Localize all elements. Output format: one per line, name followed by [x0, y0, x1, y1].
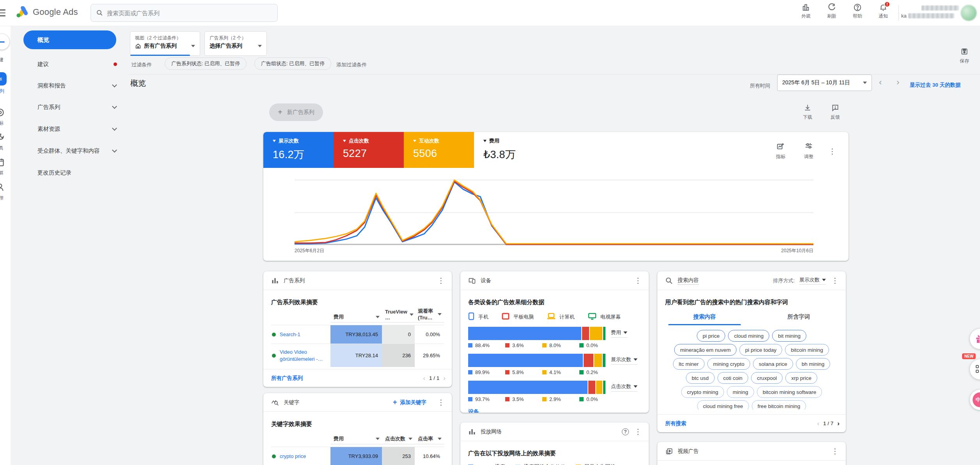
topbar-action-help[interactable]: 帮助 — [847, 3, 868, 20]
card-menu-kebab-icon[interactable]: ⋮ — [634, 428, 643, 435]
filter-chip-adgroup-status[interactable]: 广告组状态: 已启用、已暂停 — [254, 57, 331, 70]
all-campaigns-link[interactable]: 所有广告系列 — [271, 375, 303, 382]
add-filter-button[interactable]: 添加过滤条件 — [336, 61, 367, 68]
search-term-chip[interactable]: xrp price — [785, 372, 817, 384]
search-term-chip[interactable]: coti coin — [717, 372, 749, 384]
search-term-chip[interactable]: mining crypto — [707, 358, 750, 370]
search-term-chip[interactable]: solana price — [753, 358, 793, 370]
tab-included-words[interactable]: 所含字词 — [752, 313, 846, 325]
search-term-chip[interactable]: cruxpool — [751, 372, 783, 384]
network-legend-item: 搜索网络合作伙伴 — [515, 463, 566, 465]
translate-floating-button[interactable]: 中A — [970, 390, 980, 410]
card-menu-kebab-icon[interactable]: ⋮ — [831, 277, 840, 284]
search-term-chip[interactable]: pi price today — [739, 344, 782, 356]
column-header[interactable]: TrueView … — [382, 309, 415, 322]
legend-swatch — [542, 370, 547, 374]
column-header[interactable]: 点击次数 — [382, 435, 415, 444]
help-icon[interactable]: ? — [622, 428, 629, 435]
page-prev-icon[interactable]: ‹ — [817, 420, 819, 428]
card-menu-kebab-icon[interactable]: ⋮ — [437, 399, 446, 406]
sort-dropdown[interactable]: 展示次数 — [799, 276, 826, 285]
bar-metric-dropdown[interactable]: 点击次数 — [611, 383, 637, 392]
sidebar-item-2[interactable]: 洞察和报告 — [37, 82, 124, 89]
bar-segment — [602, 327, 605, 340]
card-menu-kebab-icon[interactable]: ⋮ — [437, 277, 446, 284]
apps-floating-button[interactable]: + — [970, 359, 980, 379]
column-header[interactable]: 观看率 (Tru… — [415, 308, 444, 322]
page-prev-icon[interactable]: ‹ — [423, 374, 425, 382]
search-term-chip[interactable]: crypto mining — [681, 386, 724, 398]
stacked-bar — [468, 327, 605, 340]
chart-menu-kebab-icon[interactable]: ⋮ — [828, 148, 837, 155]
all-searches-link[interactable]: 所有搜索 — [665, 420, 686, 427]
scorecard-3[interactable]: 费用₺3.8万 — [474, 132, 544, 168]
sidebar-item-overview[interactable]: 概览 — [23, 30, 116, 49]
show-last-30-days-link[interactable]: 显示过去 30 天的数据 — [910, 82, 961, 89]
topbar-action-bell[interactable]: 通知! — [873, 3, 893, 20]
card-menu-kebab-icon[interactable]: ⋮ — [634, 277, 643, 284]
topbar-action-appearance[interactable]: 外观 — [796, 3, 816, 20]
search-term-chip[interactable]: bh mining — [796, 358, 831, 370]
date-next-button[interactable]: › — [897, 77, 899, 87]
scorecard-0[interactable]: 展示次数16.2万 — [263, 132, 334, 168]
search-term-chip[interactable]: btc usd — [686, 372, 715, 384]
sidebar-item-1[interactable]: 建议 — [37, 61, 124, 68]
row-name-link[interactable]: Video Video görüntülemeleri -… — [280, 349, 329, 362]
date-prev-button[interactable]: ‹ — [879, 77, 882, 87]
bar-metric-dropdown[interactable]: 费用 — [611, 329, 627, 338]
search-term-chip[interactable]: cloud mining free — [697, 400, 749, 410]
scorecards: 展示次数16.2万点击次数5227互动次数5506费用₺3.8万 — [263, 132, 544, 168]
column-header[interactable]: 费用 — [330, 435, 382, 444]
page-next-icon[interactable]: › — [837, 420, 840, 428]
sidebar-item-4[interactable]: 素材资源 — [37, 125, 124, 133]
search-term-chip[interactable]: free bitcoin mining — [752, 400, 806, 410]
column-header[interactable]: 点击率 — [415, 435, 444, 444]
table-row[interactable]: Video Video görüntülemeleri -…TRY28.1423… — [271, 344, 444, 367]
search-term-chip[interactable]: bitcoin mining — [785, 344, 829, 356]
metrics-button[interactable]: 指标 — [772, 142, 790, 160]
feedback-button[interactable]: 反馈 — [826, 104, 844, 121]
save-button[interactable]: 保存 — [955, 48, 974, 64]
bar-metric-dropdown[interactable]: 展示次数 — [611, 356, 637, 365]
scorecard-1[interactable]: 点击次数5227 — [334, 132, 404, 168]
menu-icon[interactable] — [0, 9, 5, 16]
search-term-chip[interactable]: cloud mining — [728, 330, 769, 342]
sidebar-item-5[interactable]: 受众群体、关键字和内容 — [37, 147, 124, 155]
column-header[interactable]: 费用 — [330, 314, 382, 322]
global-search[interactable] — [91, 4, 278, 22]
page-next-icon[interactable]: › — [443, 374, 446, 382]
sidebar-item-3[interactable]: 广告系列 — [37, 103, 124, 111]
table-row[interactable]: crypto priceTRY3,933.0925310.64% — [271, 447, 444, 465]
account-info[interactable]: ka — [901, 5, 959, 19]
card-menu-kebab-icon[interactable]: ⋮ — [831, 447, 840, 455]
adjust-button[interactable]: 调整 — [800, 142, 818, 160]
search-term-chip[interactable]: pi price — [697, 330, 726, 342]
download-button[interactable]: 下载 — [799, 104, 817, 121]
add-keyword-button[interactable]: + 添加关键字 — [393, 398, 426, 406]
sidebar-item-6[interactable]: 更改历史记录 — [37, 169, 124, 176]
topbar-action-refresh[interactable]: 刷新 — [822, 3, 842, 20]
table-row[interactable]: Search-1TRY38,013.4500.00% — [271, 325, 444, 344]
date-range-picker[interactable]: 2025年 6月 5日 – 10月 11日 — [777, 75, 872, 91]
campaign-filter-dropdown[interactable]: 广告系列（2 个） 选择广告系列 — [204, 31, 267, 56]
search-input[interactable] — [107, 10, 272, 16]
scorecard-label-row: 互动次数 — [413, 137, 474, 144]
tab-search-terms[interactable]: 搜索内容 — [657, 313, 752, 325]
avatar[interactable] — [960, 5, 977, 21]
search-term-chip[interactable]: ltc miner — [673, 358, 705, 370]
row-name-link[interactable]: crypto price — [280, 453, 306, 460]
search-term-chip[interactable]: mining — [727, 386, 754, 398]
triangle-down-icon — [343, 140, 346, 142]
gift-floating-button[interactable] — [970, 329, 980, 349]
filter-chip-campaign-status[interactable]: 广告系列状态: 已启用、已暂停 — [165, 57, 247, 70]
scorecard-2[interactable]: 互动次数5506 — [404, 132, 474, 168]
search-term-chip[interactable]: bitcoin mining software — [757, 386, 822, 398]
view-filter-dropdown[interactable]: 视图（2 个过滤条件） 所有广告系列 — [130, 31, 200, 56]
save-icon — [960, 48, 968, 55]
new-campaign-button[interactable]: + 新广告系列 — [269, 103, 323, 121]
devices-link[interactable]: 设备 — [460, 402, 649, 413]
row-name-link[interactable]: Search-1 — [280, 331, 300, 338]
search-term-chip[interactable]: mineração em nuvem — [674, 344, 737, 356]
search-term-chip[interactable]: bit mining — [772, 330, 806, 342]
table-cell: 0.00% — [415, 325, 444, 344]
